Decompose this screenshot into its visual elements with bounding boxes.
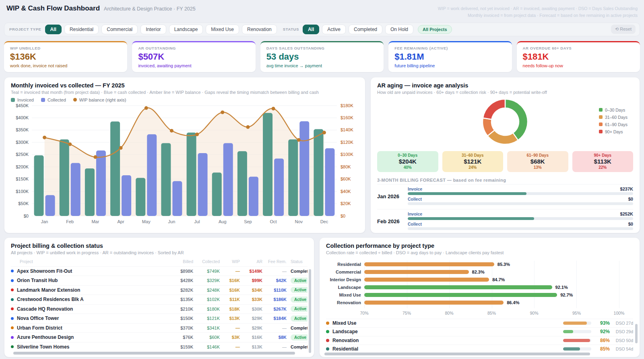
billed-cell: $150K	[168, 316, 193, 321]
collected-cell: $329K	[193, 278, 220, 283]
project-type-pill-renovation[interactable]: Renovation	[242, 25, 277, 34]
breakdown-vertical-scrollbar[interactable]	[635, 324, 638, 343]
breakdown-row-mixed-use[interactable]: Mixed Use93%DSO 27d	[326, 319, 633, 328]
status-pill-completed[interactable]: Completed	[349, 25, 382, 34]
fee-remaining-cell: $184K	[262, 316, 287, 321]
status-pill-active[interactable]: Active	[322, 25, 346, 34]
table-horizontal-scrollbar[interactable]	[13, 352, 295, 355]
table-row-azure-penthouse-design[interactable]: Azure Penthouse Design$76K$60K$3K$16K$8K…	[11, 332, 308, 342]
wip-cell: $3K	[220, 335, 240, 340]
table-row-landmark-manor-extension[interactable]: Landmark Manor Extension$282K$248K$16K$3…	[11, 285, 308, 295]
collection-bar-row-residential: Residential85.3%	[364, 261, 619, 268]
kpi-caption: avg time invoice → payment	[266, 63, 378, 68]
scope-badge[interactable]: All Projects	[418, 25, 452, 34]
project-name-cell: Azure Penthouse Design	[11, 334, 168, 340]
project-name: Nova Office Tower	[17, 315, 59, 321]
status-badge-active: Active	[291, 315, 308, 322]
kpi-value: 53 days	[266, 52, 378, 62]
ar-aging-donut-area: 0–30 Days31–60 Days61–90 Days90+ Days	[377, 96, 633, 148]
wip-cell: —	[220, 344, 240, 349]
legend-item-invoiced: Invoiced	[11, 98, 34, 102]
invoiced-bar-jul	[187, 133, 196, 216]
table-row-apex-showroom-fit-out[interactable]: Apex Showroom Fit-Out$898K$749K—$149K—Co…	[11, 266, 308, 276]
forecast-bars: Invoice$237KCollect$0	[408, 187, 633, 207]
table-row-crestwood-residences-blk-a[interactable]: Crestwood Residences Blk A$135K$102K$11K…	[11, 295, 308, 304]
billing-table-subtitle: All projects · WIP = unbilled work in pr…	[11, 250, 308, 255]
aging-legend-label: 61–90 Days	[605, 122, 627, 127]
collection-bar-track: 84.7%	[364, 278, 619, 282]
status-cell: Active	[287, 297, 308, 303]
wip-point-jun	[170, 129, 173, 133]
column-header-billed: Billed	[168, 259, 193, 264]
project-name-cell: Orion Transit Hub	[11, 278, 168, 283]
legend-item-wip-balance-right-axis-: WIP balance (right axis)	[73, 98, 126, 102]
fee-remaining-cell: —	[262, 344, 287, 349]
x-axis-tick-95-: 95%	[572, 311, 581, 315]
billed-cell: $898K	[168, 269, 193, 274]
status-pill-on-hold[interactable]: On Hold	[385, 25, 413, 34]
project-type-label: PROJECT TYPE	[9, 27, 41, 31]
aging-legend-label: 31–60 Days	[605, 115, 627, 120]
project-type-pill-all[interactable]: All	[45, 25, 62, 34]
invoiced-bar-nov	[288, 139, 298, 216]
status-badge-active: Active	[291, 334, 308, 340]
right-axis-tick: $140K	[341, 127, 353, 132]
breakdown-row-landscape[interactable]: Landscape92%DSO 29d	[326, 327, 633, 336]
table-row-nova-office-tower[interactable]: Nova Office Tower$150K$121K$13K$29K$184K…	[11, 313, 308, 323]
aging-box-percent: 40%	[379, 165, 437, 170]
billed-cell: $76K	[168, 335, 193, 340]
aging-box-label: 61–90 Days	[509, 153, 567, 158]
billing-forecast-rows: Jan 2026Invoice$237KCollect$0Feb 2026Inv…	[377, 184, 633, 233]
reset-button[interactable]: ⟲ Reset	[611, 25, 636, 34]
aging-box-0-30-days: 0–30 Days$204K40%	[377, 151, 438, 172]
forecast-invoice-line: Invoice$252K	[408, 212, 633, 216]
forecast-row-jan-2026: Jan 2026Invoice$237KCollect$0	[377, 184, 633, 209]
right-axis-tick: $20K	[341, 201, 351, 206]
table-row-cascade-hq-renovation[interactable]: Cascade HQ Renovation$210K$180K$18K$30K$…	[11, 304, 308, 314]
invoiced-bar-jun	[161, 143, 171, 216]
wip-cell: —	[220, 326, 240, 330]
x-axis-tick-70-: 70%	[360, 311, 368, 315]
collected-bar-oct	[274, 158, 284, 216]
collection-bar-value: 92.7%	[560, 293, 573, 297]
collected-cell: $341K	[193, 326, 220, 330]
aging-box-percent: 22%	[574, 165, 632, 170]
forecast-collect-value: $0	[628, 197, 633, 201]
breakdown-dso: DSO 29d	[610, 329, 633, 334]
breakdown-dso: DSO 54d	[610, 347, 633, 351]
collection-bar-value: 92.1%	[555, 285, 568, 290]
status-pill-all[interactable]: All	[303, 25, 319, 34]
project-type-pill-landscape[interactable]: Landscape	[169, 25, 203, 34]
table-row-silverline-town-homes[interactable]: Silverline Town Homes$159K$146K—$13K—Com…	[11, 342, 308, 352]
status-badge-completed: Completed	[291, 344, 308, 349]
wip-cell: $18K	[220, 307, 240, 311]
status-cell: Completed	[287, 269, 308, 274]
table-vertical-scrollbar[interactable]	[309, 269, 311, 353]
project-name-cell: Landmark Manor Extension	[11, 287, 168, 293]
kpi-value: $181K	[523, 52, 634, 62]
collected-cell: $121K	[193, 316, 220, 321]
project-type-pill-interior[interactable]: Interior	[140, 25, 166, 34]
collection-bar-track: 85.3%	[364, 262, 619, 266]
collection-bar-label: Commercial	[328, 270, 361, 274]
breakdown-row-renovation[interactable]: Renovation86%DSO 50d	[326, 336, 633, 345]
table-row-orion-transit-hub[interactable]: Orion Transit Hub$428K$329K$16K$99K$42KA…	[11, 276, 308, 285]
kpi-card-wip-unbilled: WIP UNBILLED$136Kwork done, invoice not …	[4, 41, 127, 72]
month-label-mar: Mar	[91, 219, 99, 224]
breakdown-horizontal-scrollbar[interactable]	[324, 353, 590, 355]
aging-box-label: 31–60 Days	[444, 153, 502, 158]
project-type-pill-residential[interactable]: Residential	[64, 25, 99, 34]
project-type-pill-mixed-use[interactable]: Mixed Use	[206, 25, 239, 34]
invoiced-bar-dec	[314, 129, 323, 216]
collected-bar-may	[147, 134, 157, 216]
collected-bar-jan	[45, 195, 55, 216]
monthly-chart-title: Monthly invoiced vs collected — FY 2025	[11, 82, 359, 89]
fee-remaining-cell: $186K	[262, 297, 287, 302]
breakdown-type-name: Mixed Use	[332, 320, 563, 326]
table-row-urban-form-district[interactable]: Urban Form District$370K$341K—$29K—Compl…	[11, 323, 308, 333]
x-axis-tick-90-: 90%	[530, 311, 539, 315]
breakdown-row-residential[interactable]: Residential85%DSO 54d	[326, 344, 633, 353]
wip-point-may	[144, 106, 148, 110]
project-type-pill-commercial[interactable]: Commercial	[101, 25, 138, 34]
collected-bar-mar	[96, 150, 106, 216]
